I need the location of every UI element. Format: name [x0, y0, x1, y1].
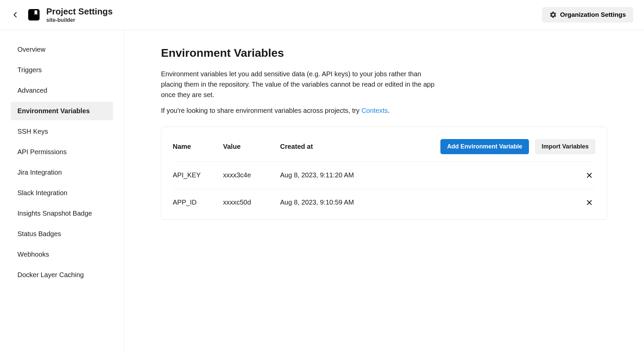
- back-button[interactable]: [9, 9, 21, 21]
- organization-settings-label: Organization Settings: [560, 11, 626, 18]
- sidebar-item-api-permissions[interactable]: API Permissions: [11, 143, 113, 161]
- cell-name: API_KEY: [173, 171, 223, 179]
- sidebar-item-label: Environment Variables: [17, 107, 90, 115]
- sidebar-item-status-badges[interactable]: Status Badges: [11, 225, 113, 243]
- sidebar-item-label: Triggers: [17, 66, 42, 74]
- add-environment-variable-button[interactable]: Add Environment Variable: [440, 139, 529, 154]
- cell-name: APP_ID: [173, 199, 223, 206]
- table-header-actions: Add Environment Variable Import Variable…: [440, 139, 595, 154]
- sidebar-item-label: Advanced: [17, 87, 47, 94]
- section-description: Environment variables let you add sensit…: [161, 69, 439, 100]
- sidebar-item-advanced[interactable]: Advanced: [11, 81, 113, 100]
- sidebar-item-label: API Permissions: [17, 148, 67, 156]
- sidebar-item-label: Webhooks: [17, 251, 49, 258]
- table-row: API_KEY xxxx3c4e Aug 8, 2023, 9:11:20 AM: [173, 162, 595, 189]
- chevron-left-icon: [12, 11, 19, 18]
- bookmark-icon: [34, 10, 38, 16]
- cell-created: Aug 8, 2023, 9:11:20 AM: [280, 171, 583, 179]
- topbar: Project Settings site-builder Organizati…: [0, 0, 644, 30]
- import-variables-button[interactable]: Import Variables: [535, 139, 595, 154]
- close-icon: [586, 172, 593, 179]
- sidebar-item-ssh-keys[interactable]: SSH Keys: [11, 122, 113, 141]
- delete-variable-button[interactable]: [583, 169, 595, 181]
- cell-created: Aug 8, 2023, 9:10:59 AM: [280, 199, 583, 206]
- sidebar-item-label: Slack Integration: [17, 189, 67, 196]
- page-title: Project Settings: [46, 7, 113, 16]
- sidebar-item-insights-snapshot-badge[interactable]: Insights Snapshot Badge: [11, 204, 113, 223]
- cell-value: xxxx3c4e: [223, 171, 280, 179]
- column-header-value: Value: [223, 143, 280, 150]
- sidebar-item-label: Insights Snapshot Badge: [17, 210, 92, 217]
- body: Overview Triggers Advanced Environment V…: [0, 30, 644, 351]
- sidebar-item-webhooks[interactable]: Webhooks: [11, 245, 113, 264]
- share-hint-prefix: If you're looking to share environment v…: [161, 107, 361, 114]
- organization-settings-button[interactable]: Organization Settings: [542, 7, 633, 23]
- sidebar-item-label: SSH Keys: [17, 128, 48, 135]
- column-header-name: Name: [173, 143, 223, 150]
- sidebar-item-jira-integration[interactable]: Jira Integration: [11, 163, 113, 182]
- sidebar-item-overview[interactable]: Overview: [11, 40, 113, 59]
- main: Environment Variables Environment variab…: [124, 30, 644, 351]
- close-icon: [586, 199, 593, 206]
- share-hint: If you're looking to share environment v…: [161, 107, 607, 115]
- contexts-link[interactable]: Contexts: [361, 107, 388, 114]
- sidebar-item-label: Jira Integration: [17, 169, 62, 176]
- sidebar-item-triggers[interactable]: Triggers: [11, 61, 113, 79]
- sidebar-item-environment-variables[interactable]: Environment Variables: [11, 102, 113, 120]
- share-hint-suffix: .: [388, 107, 390, 114]
- section-heading: Environment Variables: [161, 46, 607, 59]
- column-header-created: Created at: [280, 143, 440, 150]
- sidebar-item-label: Docker Layer Caching: [17, 271, 84, 278]
- cell-value: xxxxc50d: [223, 199, 280, 206]
- project-icon: [28, 9, 40, 20]
- title-block: Project Settings site-builder: [46, 7, 113, 23]
- gear-icon: [549, 11, 557, 18]
- sidebar-item-slack-integration[interactable]: Slack Integration: [11, 184, 113, 202]
- topbar-left: Project Settings site-builder: [9, 7, 113, 23]
- table-header: Name Value Created at Add Environment Va…: [173, 134, 595, 162]
- sidebar-item-label: Overview: [17, 46, 45, 53]
- sidebar-item-label: Status Badges: [17, 230, 61, 237]
- delete-variable-button[interactable]: [583, 196, 595, 209]
- sidebar: Overview Triggers Advanced Environment V…: [0, 30, 124, 351]
- table-row: APP_ID xxxxc50d Aug 8, 2023, 9:10:59 AM: [173, 189, 595, 216]
- project-name: site-builder: [46, 17, 113, 23]
- sidebar-item-docker-layer-caching[interactable]: Docker Layer Caching: [11, 266, 113, 284]
- env-vars-card: Name Value Created at Add Environment Va…: [161, 127, 607, 220]
